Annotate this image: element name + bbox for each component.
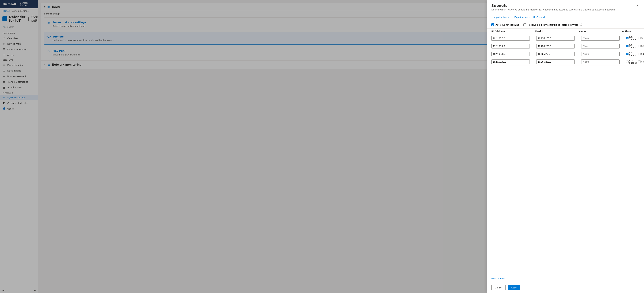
ics-label: ICS Subnet: [629, 44, 637, 49]
ics-subnet-label-2[interactable]: ICS Subnet: [626, 44, 637, 49]
overlay-title: Subnets: [491, 4, 616, 8]
col-name-header: Name: [578, 30, 622, 33]
import-icon: ↑: [491, 16, 492, 19]
export-icon: ↓: [512, 16, 513, 19]
seg-label: Segregated: [642, 37, 644, 40]
ip-input-2[interactable]: [491, 44, 530, 49]
actions-cell-2: ICS Subnet Segregated 🗑: [626, 44, 644, 49]
overlay-footer: Cancel Save: [487, 282, 644, 293]
ip-input-3[interactable]: [491, 52, 530, 56]
resolve-internet-text: Resolve all Internet traffic as internal…: [528, 24, 578, 26]
ics-subnet-checkbox-1[interactable]: [626, 37, 628, 40]
ics-label: ICS Subnet: [629, 36, 637, 41]
subnets-panel: Subnets Define which networks should be …: [487, 0, 644, 293]
actions-cell-1: ICS Subnet Segregated 🗑: [626, 36, 644, 41]
resolve-internet-label[interactable]: Resolve all Internet traffic as internal…: [524, 23, 582, 26]
segregated-label-2[interactable]: Segregated: [638, 45, 644, 47]
name-input-1[interactable]: [581, 36, 620, 41]
auto-subnet-learning-label[interactable]: Auto subnet learning: [491, 23, 519, 26]
auto-subnet-checkbox[interactable]: [491, 23, 494, 26]
add-subnet-button[interactable]: + Add subnet: [491, 275, 640, 281]
segregated-label-3[interactable]: Segregated: [638, 53, 644, 55]
segregated-label-4[interactable]: Segregated: [638, 61, 644, 63]
close-button[interactable]: ✕: [635, 4, 640, 8]
col-actions-header: Actions: [622, 30, 640, 33]
options-row: Auto subnet learning Resolve all Interne…: [487, 21, 644, 29]
table-row: ICS Subnet Segregated 🗑: [491, 58, 640, 66]
overlay-desc: Define which networks should be monitore…: [491, 8, 616, 11]
table-row: ICS Subnet Segregated 🗑: [491, 42, 640, 50]
mask-input-2[interactable]: [536, 44, 575, 49]
table-header: IP Address* Mask* Name Actions: [487, 29, 644, 34]
overlay-header: Subnets Define which networks should be …: [487, 0, 644, 13]
add-subnet-text: + Add subnet: [491, 277, 504, 280]
export-subnets-button[interactable]: ↓ Export subnets: [512, 15, 530, 19]
ip-input-1[interactable]: [491, 36, 530, 41]
import-label: Import subnets: [494, 16, 508, 19]
col-ip-header: IP Address*: [491, 30, 535, 33]
clear-icon: 🗑: [533, 16, 536, 19]
save-button[interactable]: Save: [508, 285, 520, 290]
resolve-internet-checkbox[interactable]: [524, 23, 526, 26]
actions-cell-3: ICS Subnet Segregated 🗑: [626, 52, 644, 56]
export-label: Export subnets: [514, 16, 530, 19]
actions-cell-4: ICS Subnet Segregated 🗑: [626, 59, 644, 64]
clear-label: Clear all: [536, 16, 545, 19]
seg-label: Segregated: [642, 45, 644, 47]
seg-label: Segregated: [642, 53, 644, 55]
table-row: ICS Subnet Segregated 🗑: [491, 34, 640, 42]
mask-input-1[interactable]: [536, 36, 575, 41]
table-row: ICS Subnet Segregated 🗑: [491, 50, 640, 58]
col-mask-header: Mask*: [535, 30, 578, 33]
segregated-checkbox-3[interactable]: [638, 53, 641, 55]
info-icon: ⓘ: [580, 23, 582, 26]
name-input-3[interactable]: [581, 52, 620, 56]
subnet-rows: ICS Subnet Segregated 🗑 ICS Subnet: [487, 34, 644, 275]
ics-subnet-checkbox-2[interactable]: [626, 45, 628, 47]
ics-subnet-checkbox-4[interactable]: [626, 61, 628, 63]
mask-input-3[interactable]: [536, 52, 575, 56]
seg-label: Segregated: [642, 61, 644, 63]
segregated-label-1[interactable]: Segregated: [638, 37, 644, 40]
ics-subnet-checkbox-3[interactable]: [626, 53, 628, 55]
ics-label: ICS Subnet: [629, 52, 637, 56]
name-input-2[interactable]: [581, 44, 620, 49]
cancel-button[interactable]: Cancel: [491, 285, 506, 290]
ics-label: ICS Subnet: [629, 59, 637, 64]
segregated-checkbox-4[interactable]: [638, 61, 641, 63]
ip-input-4[interactable]: [491, 60, 530, 64]
clear-all-button[interactable]: 🗑 Clear all: [533, 15, 545, 19]
segregated-checkbox-2[interactable]: [638, 45, 641, 47]
mask-input-4[interactable]: [536, 60, 575, 64]
auto-subnet-text: Auto subnet learning: [496, 24, 519, 26]
ics-subnet-label-3[interactable]: ICS Subnet: [626, 52, 637, 56]
import-subnets-button[interactable]: ↑ Import subnets: [491, 15, 508, 19]
ics-subnet-label-4[interactable]: ICS Subnet: [626, 59, 637, 64]
name-input-4[interactable]: [581, 60, 620, 64]
segregated-checkbox-1[interactable]: [638, 37, 641, 40]
overlay-toolbar: ↑ Import subnets ↓ Export subnets 🗑 Clea…: [487, 13, 644, 21]
ics-subnet-label-1[interactable]: ICS Subnet: [626, 36, 637, 41]
